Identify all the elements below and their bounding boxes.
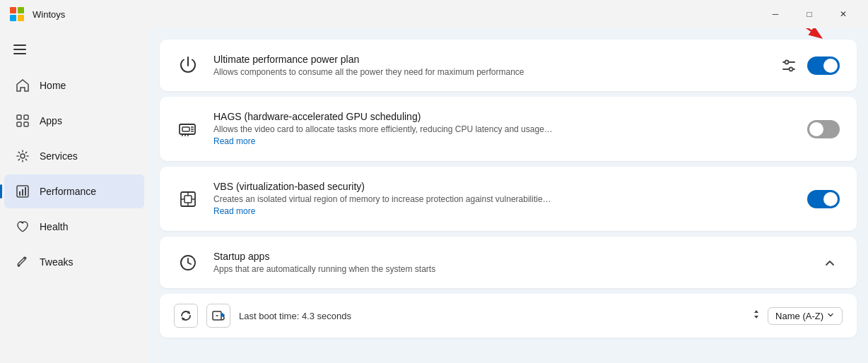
close-button[interactable]: ✕: [827, 3, 860, 25]
svg-rect-3: [17, 115, 21, 119]
sidebar-item-services-label: Services: [40, 150, 78, 162]
svg-rect-2: [13, 53, 26, 54]
hags-title: HAGS (hardware-accelerated GPU schedulin…: [213, 111, 793, 122]
sidebar-item-performance[interactable]: Performance: [4, 174, 144, 208]
minimize-button[interactable]: ─: [759, 3, 792, 25]
svg-rect-9: [19, 191, 20, 196]
vbs-title: VBS (virtualization-based security): [213, 181, 793, 192]
sidebar-item-tweaks[interactable]: Tweaks: [4, 245, 144, 279]
svg-rect-6: [24, 122, 28, 126]
refresh-button[interactable]: [174, 304, 198, 328]
title-bar-controls: ─ □ ✕: [759, 3, 860, 25]
startup-icon: [177, 251, 199, 274]
svg-rect-4: [24, 115, 28, 119]
svg-rect-19: [182, 127, 189, 131]
svg-rect-0: [13, 44, 26, 46]
vbs-toggle[interactable]: [807, 190, 840, 208]
hags-desc: Allows the video card to allocate tasks …: [213, 124, 793, 134]
ultimate-performance-desc: Allows components to consume all the pow…: [213, 67, 765, 77]
performance-icon: [16, 184, 30, 198]
hags-read-more[interactable]: Read more: [213, 136, 255, 146]
svg-rect-11: [25, 187, 26, 196]
svg-point-7: [20, 154, 25, 158]
app-title: Wintoys: [33, 9, 65, 20]
sidebar: Home Apps Services: [0, 28, 148, 363]
first-card-wrapper: Ultimate performance power plan Allows c…: [160, 40, 857, 91]
home-icon: [16, 78, 30, 93]
ultimate-performance-content: Ultimate performance power plan Allows c…: [213, 54, 765, 77]
services-icon: [16, 149, 30, 163]
apps-icon: [16, 114, 30, 128]
sidebar-item-home[interactable]: Home: [4, 69, 144, 102]
tweaks-icon: [16, 255, 30, 269]
sidebar-item-apps[interactable]: Apps: [4, 104, 144, 138]
svg-rect-1: [13, 49, 26, 50]
settings-filter-icon[interactable]: [779, 56, 799, 76]
title-bar: Wintoys ─ □ ✕: [0, 0, 868, 28]
title-bar-left: Wintoys: [8, 6, 65, 23]
sort-direction-icon[interactable]: [749, 307, 763, 324]
startup-apps-title: Startup apps: [213, 251, 806, 262]
ultimate-performance-toggle[interactable]: [807, 56, 840, 75]
hags-actions: [807, 120, 840, 138]
main-layout: Home Apps Services: [0, 28, 868, 363]
content-area: Ultimate performance power plan Allows c…: [148, 28, 868, 363]
startup-apps-card: Startup apps Apps that are automatically…: [160, 237, 857, 288]
sidebar-item-health[interactable]: Health: [4, 210, 144, 244]
sort-select[interactable]: Name (A-Z): [768, 307, 843, 325]
sort-label: Name (A-Z): [775, 311, 823, 321]
svg-point-16: [785, 60, 789, 64]
hags-card: HAGS (hardware-accelerated GPU schedulin…: [160, 97, 857, 161]
footer-bar: Last boot time: 4.3 seconds Name (A-Z): [160, 294, 857, 338]
svg-point-17: [790, 67, 793, 71]
sidebar-item-apps-label: Apps: [40, 115, 62, 126]
sort-chevron-icon: [826, 311, 835, 321]
vbs-card: VBS (virtualization-based security) Crea…: [160, 167, 857, 231]
sidebar-item-tweaks-label: Tweaks: [40, 256, 73, 268]
startup-apps-collapse-button[interactable]: [820, 253, 840, 273]
add-app-button[interactable]: [206, 304, 230, 328]
hags-content: HAGS (hardware-accelerated GPU schedulin…: [213, 111, 793, 147]
vbs-content: VBS (virtualization-based security) Crea…: [213, 181, 793, 217]
sort-area: Name (A-Z): [749, 307, 843, 325]
gpu-icon: [177, 118, 199, 141]
maximize-button[interactable]: □: [793, 3, 826, 25]
sidebar-item-performance-label: Performance: [40, 186, 96, 197]
health-icon: [16, 220, 30, 234]
ultimate-performance-card: Ultimate performance power plan Allows c…: [160, 40, 857, 91]
svg-rect-27: [184, 196, 192, 203]
sidebar-item-home-label: Home: [40, 80, 66, 91]
ultimate-performance-title: Ultimate performance power plan: [213, 54, 765, 65]
vbs-actions: [807, 190, 840, 208]
vbs-icon: [177, 188, 199, 210]
startup-apps-content: Startup apps Apps that are automatically…: [213, 251, 806, 274]
svg-rect-10: [22, 189, 23, 196]
power-icon: [177, 54, 199, 77]
sidebar-item-health-label: Health: [40, 221, 68, 232]
sidebar-item-services[interactable]: Services: [4, 139, 144, 173]
vbs-read-more[interactable]: Read more: [213, 206, 255, 216]
svg-point-12: [18, 265, 20, 267]
startup-apps-desc: Apps that are automatically running when…: [213, 264, 806, 274]
app-logo: [8, 6, 25, 23]
hags-toggle[interactable]: [807, 120, 840, 138]
vbs-desc: Creates an isolated virtual region of me…: [213, 194, 793, 204]
sidebar-menu-button[interactable]: [6, 37, 34, 62]
svg-rect-5: [17, 122, 21, 126]
ultimate-performance-actions: [779, 56, 840, 76]
last-boot-text: Last boot time: 4.3 seconds: [239, 311, 741, 321]
